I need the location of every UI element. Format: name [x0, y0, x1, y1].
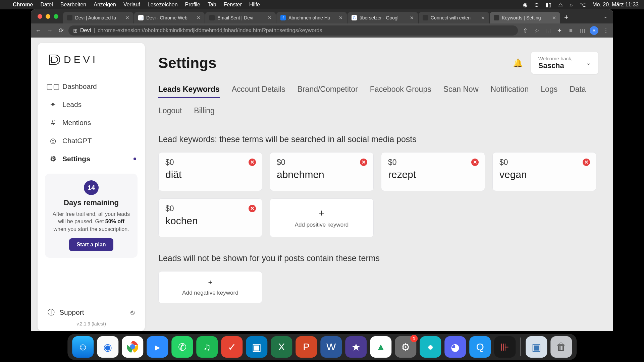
reload-button[interactable]: ⟳ — [57, 27, 65, 34]
dock-app-icon[interactable]: ● — [420, 336, 441, 358]
dock-excel-icon[interactable]: X — [271, 336, 292, 358]
chrome-menu-icon[interactable]: ⋮ — [602, 27, 610, 34]
dock-chrome-icon[interactable] — [122, 336, 143, 358]
macos-dock[interactable]: ☺ ◉ ▸ ✆ ♫ ✓ ▣ X P W ★ ▲ ⚙ 1 ● ◕ Q ⊪ ▣ 🗑 — [67, 334, 577, 360]
start-plan-button[interactable]: Start a plan — [69, 238, 113, 251]
back-button[interactable]: ← — [34, 27, 42, 34]
delete-keyword-icon[interactable]: ✕ — [249, 159, 256, 166]
dock-spotify-icon[interactable]: ♫ — [196, 336, 218, 358]
side-panel-icon[interactable]: ◫ — [578, 27, 586, 34]
menu-window[interactable]: Fenster — [224, 2, 242, 8]
sidebar-item-settings[interactable]: ⚙ Settings — [44, 151, 138, 167]
dock-todoist-icon[interactable]: ✓ — [221, 336, 243, 358]
add-negative-keyword-button[interactable]: + Add negative keyword — [158, 271, 262, 303]
delete-keyword-icon[interactable]: ✕ — [471, 159, 479, 166]
extension-disabled-icon[interactable]: ◱ — [544, 27, 552, 34]
tab-notification[interactable]: Notification — [491, 85, 529, 98]
browser-tab[interactable]: ⊞ Devi - Chrome Web ✕ — [134, 12, 205, 23]
menubar-app-name[interactable]: Chrome — [13, 2, 33, 8]
menu-bookmarks[interactable]: Lesezeichen — [148, 2, 178, 8]
tab-close-icon[interactable]: ✕ — [410, 15, 414, 20]
tab-close-icon[interactable]: ✕ — [552, 15, 556, 20]
browser-tab[interactable]: Email Sent | Devi ✕ — [205, 12, 276, 23]
address-bar[interactable]: ⊞ Devi | chrome-extension://obofmdbkmind… — [68, 25, 518, 36]
search-icon[interactable]: ⌕ — [570, 2, 573, 8]
user-menu[interactable]: Welcome back, Sascha ⌄ — [531, 52, 598, 74]
menu-edit[interactable]: Bearbeiten — [60, 2, 86, 8]
tab-logs[interactable]: Logs — [541, 85, 557, 98]
delete-keyword-icon[interactable]: ✕ — [249, 205, 256, 212]
dock-word-icon[interactable]: W — [320, 336, 342, 358]
tab-brand-competitor[interactable]: Brand/Competitor — [298, 85, 358, 98]
sidebar-item-dashboard[interactable]: ▢▢ Dashboard — [44, 78, 138, 95]
sidebar-item-chatgpt[interactable]: ◎ ChatGPT — [44, 133, 138, 149]
close-window-icon[interactable] — [38, 14, 42, 19]
battery-icon[interactable]: ▮▯ — [545, 2, 551, 8]
logo[interactable]: DEVI — [38, 53, 145, 78]
extensions-icon[interactable]: ✦ — [555, 27, 564, 34]
menu-help[interactable]: Hilfe — [249, 2, 260, 8]
export-icon[interactable]: ⎋ — [130, 308, 135, 316]
browser-tab-active[interactable]: Keywords | Setting ✕ — [490, 12, 560, 23]
menu-file[interactable]: Datei — [40, 2, 53, 8]
clock[interactable]: Mo. 20. März 11:33 — [592, 2, 639, 8]
tab-close-icon[interactable]: ✕ — [339, 15, 343, 20]
support-link[interactable]: ⓘ Support ⎋ — [38, 304, 145, 319]
tab-close-icon[interactable]: ✕ — [268, 15, 272, 20]
add-positive-keyword-button[interactable]: + Add positive keyword — [270, 198, 374, 237]
dock-safari-icon[interactable]: ◉ — [97, 336, 118, 358]
delete-keyword-icon[interactable]: ✕ — [360, 159, 367, 166]
menu-tab[interactable]: Tab — [208, 2, 216, 8]
dock-imovie-icon[interactable]: ★ — [345, 336, 367, 358]
dock-drive-icon[interactable]: ▲ — [370, 336, 391, 358]
tab-data[interactable]: Data — [570, 85, 586, 98]
dock-powerpoint-icon[interactable]: P — [296, 336, 317, 358]
dock-zoom-icon[interactable]: ▸ — [147, 336, 168, 358]
browser-tab[interactable]: Devi | Automated fa ✕ — [63, 12, 133, 23]
tab-close-icon[interactable]: ✕ — [197, 15, 201, 20]
play-icon[interactable]: ⊙ — [534, 2, 539, 8]
record-icon[interactable]: ◉ — [523, 2, 528, 8]
dock-trash-icon[interactable]: 🗑 — [550, 336, 572, 358]
bell-icon[interactable]: 🔔 — [513, 58, 523, 68]
control-center-icon[interactable]: ⌥ — [580, 2, 586, 8]
maximize-window-icon[interactable] — [54, 14, 58, 19]
share-icon[interactable]: ⇧ — [521, 27, 529, 34]
dock-finder-icon[interactable]: ☺ — [72, 336, 94, 358]
menu-view[interactable]: Anzeigen — [94, 2, 116, 8]
macos-menubar[interactable]: Chrome Datei Bearbeiten Anzeigen Verlauf… — [0, 0, 644, 9]
bookmark-icon[interactable]: ☆ — [533, 27, 541, 34]
window-controls[interactable] — [34, 14, 62, 19]
browser-tab[interactable]: G übersetzer - Googl ✕ — [347, 12, 418, 23]
dock-preview-icon[interactable]: ▣ — [526, 336, 547, 358]
tab-overflow-icon[interactable]: ⌄ — [598, 13, 613, 19]
tab-facebook-groups[interactable]: Facebook Groups — [370, 85, 431, 98]
new-tab-button[interactable]: + — [561, 13, 572, 22]
tab-leads-keywords[interactable]: Leads Keywords — [158, 85, 220, 98]
delete-keyword-icon[interactable]: ✕ — [583, 159, 590, 166]
keyword-price: $0 — [165, 204, 255, 213]
browser-tab[interactable]: Connect with exten ✕ — [419, 12, 489, 23]
tab-account-details[interactable]: Account Details — [232, 85, 285, 98]
tab-close-icon[interactable]: ✕ — [481, 15, 485, 20]
tab-billing[interactable]: Billing — [194, 106, 214, 119]
dock-quicktime-icon[interactable]: Q — [469, 336, 491, 358]
tab-scan-now[interactable]: Scan Now — [443, 85, 479, 98]
forward-button[interactable]: → — [46, 27, 54, 34]
dock-trello-icon[interactable]: ▣ — [246, 336, 267, 358]
sidebar-item-mentions[interactable]: # Mentions — [44, 115, 138, 131]
menu-profile[interactable]: Profile — [185, 2, 200, 8]
minimize-window-icon[interactable] — [46, 14, 50, 19]
profile-avatar[interactable]: S — [590, 26, 598, 35]
wifi-icon[interactable]: ⧋ — [558, 2, 563, 8]
tab-close-icon[interactable]: ✕ — [125, 15, 129, 20]
sidebar-item-leads[interactable]: ✦ Leads — [44, 97, 138, 113]
reading-list-icon[interactable]: ≡ — [567, 27, 575, 34]
dock-discord-icon[interactable]: ◕ — [444, 336, 466, 358]
menu-history[interactable]: Verlauf — [123, 2, 140, 8]
dock-voice-memos-icon[interactable]: ⊪ — [494, 336, 516, 358]
dock-system-preferences-icon[interactable]: ⚙ 1 — [395, 336, 416, 358]
dock-whatsapp-icon[interactable]: ✆ — [171, 336, 193, 358]
browser-tab[interactable]: f Abnehmen ohne Hu ✕ — [276, 12, 347, 23]
tab-logout[interactable]: Logout — [158, 106, 182, 119]
